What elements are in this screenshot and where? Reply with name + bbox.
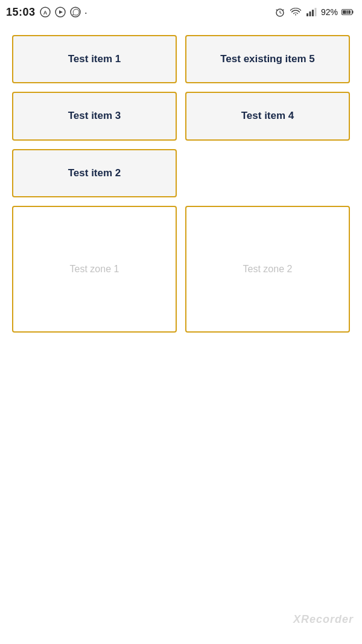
autopilot-icon: A bbox=[39, 6, 51, 18]
svg-rect-11 bbox=[352, 11, 354, 14]
item-button-1[interactable]: Test item 1 bbox=[12, 35, 177, 83]
svg-rect-7 bbox=[309, 11, 311, 16]
item-button-5-label: Test existing item 5 bbox=[220, 53, 315, 65]
battery-icon bbox=[341, 6, 354, 18]
svg-rect-8 bbox=[312, 10, 314, 16]
status-dot: · bbox=[84, 6, 88, 18]
status-icons-left: A · bbox=[39, 6, 88, 18]
items-row-1: Test item 1 Test existing item 5 bbox=[12, 35, 350, 83]
svg-rect-12 bbox=[343, 10, 351, 14]
drop-zone-1[interactable]: Test zone 1 bbox=[12, 206, 177, 333]
svg-text:A: A bbox=[43, 10, 47, 16]
item-button-3-label: Test item 3 bbox=[68, 110, 121, 122]
status-time: 15:03 bbox=[6, 6, 36, 19]
drop-zone-2-label: Test zone 2 bbox=[243, 264, 293, 275]
items-row-3: Test item 2 bbox=[12, 149, 350, 197]
drop-zone-2[interactable]: Test zone 2 bbox=[185, 206, 350, 333]
whatsapp-icon bbox=[69, 6, 81, 18]
main-content: Test item 1 Test existing item 5 Test it… bbox=[0, 24, 362, 345]
screen-recorder-icon bbox=[54, 6, 66, 18]
item-button-1-label: Test item 1 bbox=[68, 53, 121, 65]
svg-marker-3 bbox=[59, 10, 63, 14]
empty-placeholder bbox=[185, 149, 350, 197]
alarm-icon bbox=[274, 6, 286, 18]
drop-zone-1-label: Test zone 1 bbox=[70, 264, 119, 275]
signal-icon bbox=[305, 6, 317, 18]
svg-point-4 bbox=[71, 7, 80, 17]
item-button-4[interactable]: Test item 4 bbox=[185, 92, 350, 140]
items-row-2: Test item 3 Test item 4 bbox=[12, 92, 350, 140]
battery-text: 92% bbox=[321, 7, 338, 17]
zones-grid: Test zone 1 Test zone 2 bbox=[12, 206, 350, 333]
status-bar: 15:03 A bbox=[0, 0, 362, 24]
status-left: 15:03 A bbox=[6, 6, 87, 19]
status-right: 92% bbox=[274, 6, 354, 18]
item-button-2-label: Test item 2 bbox=[68, 167, 121, 179]
wifi-icon bbox=[290, 6, 302, 18]
item-button-5[interactable]: Test existing item 5 bbox=[185, 35, 350, 83]
watermark: XRecorder bbox=[293, 613, 354, 626]
svg-rect-6 bbox=[306, 13, 308, 16]
item-button-3[interactable]: Test item 3 bbox=[12, 92, 177, 140]
item-button-4-label: Test item 4 bbox=[241, 110, 294, 122]
svg-rect-9 bbox=[314, 8, 316, 16]
item-button-2[interactable]: Test item 2 bbox=[12, 149, 177, 197]
